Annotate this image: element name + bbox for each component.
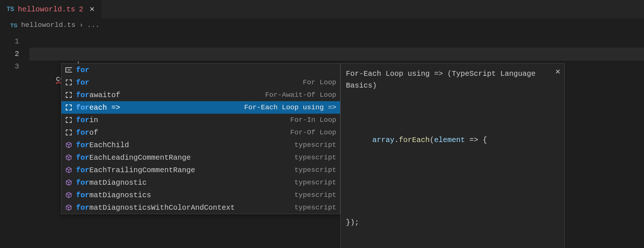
suggest-detail: typescript [294, 203, 336, 212]
tab-problem-badge: 2 [79, 5, 83, 14]
function-icon [65, 141, 72, 149]
line-number: 1 [0, 35, 29, 48]
function-icon [65, 166, 72, 174]
suggest-item[interactable]: forEachTrailingCommentRangetypescript [61, 164, 340, 176]
suggest-detail: typescript [294, 141, 336, 149]
suggest-item[interactable]: forawaitofFor-Await-Of Loop [61, 89, 340, 101]
snippet-icon [65, 104, 72, 111]
doc-title: For-Each Loop using => (TypeScript Langu… [346, 68, 559, 92]
suggest-detail: For Loop [303, 78, 336, 86]
function-icon [65, 191, 72, 199]
suggest-label: forof [76, 128, 287, 137]
close-icon[interactable]: ✕ [89, 5, 95, 13]
suggest-item[interactable]: forEachLeadingCommentRangetypescript [61, 151, 340, 164]
close-icon[interactable]: ✕ [555, 67, 561, 77]
snippet-icon [65, 129, 72, 136]
suggest-item[interactable]: formatDiagnostictypescript [61, 176, 340, 189]
keyword-icon [65, 66, 72, 74]
suggest-label: forEachTrailingCommentRange [76, 166, 291, 174]
suggest-detail: For-Each Loop using => [244, 103, 336, 111]
intellisense-popup[interactable]: forforFor LoopforawaitofFor-Await-Of Loo… [61, 63, 340, 214]
suggest-label: forEachChild [76, 141, 291, 149]
suggest-item[interactable]: forinFor-In Loop [61, 114, 340, 126]
function-icon [65, 154, 72, 161]
function-icon [65, 204, 72, 211]
suggest-label: for [76, 78, 299, 87]
tab-helloworld[interactable]: TS helloworld.ts 2 ✕ [0, 0, 102, 18]
breadcrumb[interactable]: TS helloworld.ts › ... [0, 18, 644, 32]
chevron-right-icon: › [79, 21, 83, 29]
suggest-detail: For-In Loop [290, 116, 336, 124]
suggest-detail: typescript [294, 178, 336, 187]
tab-bar: TS helloworld.ts 2 ✕ [0, 0, 644, 18]
breadcrumb-ellipsis: ... [87, 21, 100, 29]
snippet-icon [65, 91, 72, 99]
suggest-label: formatDiagnostics [76, 191, 291, 199]
snippet-icon [65, 116, 72, 124]
suggest-item[interactable]: formatDiagnosticstypescript [61, 189, 340, 201]
suggest-label: for [76, 66, 333, 74]
suggest-item[interactable]: foreach =>For-Each Loop using => [61, 101, 340, 114]
suggest-detail: typescript [294, 191, 336, 199]
typescript-icon: TS [10, 22, 17, 28]
suggest-item[interactable]: forFor Loop [61, 76, 340, 89]
suggest-detail: typescript [294, 153, 336, 162]
code-line[interactable]: 1 let message : string = "Hello World"; [0, 35, 644, 48]
function-icon [65, 179, 72, 186]
code-line[interactable]: 2 for [0, 48, 644, 60]
breadcrumb-filename: helloworld.ts [21, 21, 75, 29]
suggest-label: forEachLeadingCommentRange [76, 153, 291, 162]
suggest-item[interactable]: forEachChildtypescript [61, 139, 340, 151]
suggest-label: formatDiagnosticsWithColorAndContext [76, 203, 291, 212]
suggest-item[interactable]: formatDiagnosticsWithColorAndContexttype… [61, 201, 340, 214]
suggest-item[interactable]: forofFor-Of Loop [61, 126, 340, 139]
snippet-icon [65, 79, 72, 86]
suggest-label: foreach => [76, 103, 240, 112]
suggest-label: formatDiagnostic [76, 178, 291, 187]
intellisense-doc-panel: ✕ For-Each Loop using => (TypeScript Lan… [340, 63, 565, 248]
suggest-label: forawaitof [76, 91, 261, 99]
typescript-icon: TS [7, 6, 14, 13]
tab-filename: helloworld.ts [18, 5, 75, 14]
line-number: 2 [0, 48, 29, 60]
doc-snippet: array.forEach(element => { }); [346, 99, 559, 248]
suggest-item[interactable]: for [61, 64, 340, 76]
suggest-detail: typescript [294, 166, 336, 174]
line-number: 3 [0, 60, 29, 73]
suggest-label: forin [76, 116, 287, 124]
suggest-detail: For-Await-Of Loop [265, 91, 336, 99]
suggest-detail: For-Of Loop [290, 128, 336, 137]
